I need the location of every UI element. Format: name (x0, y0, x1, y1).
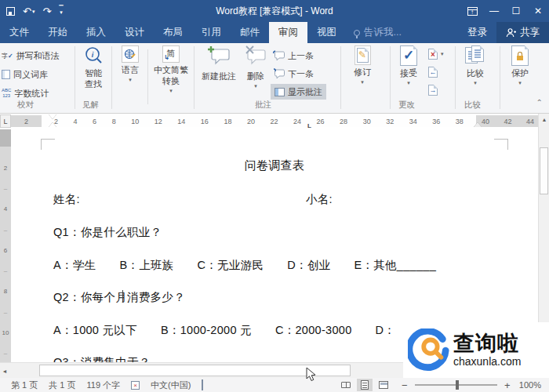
tell-me-box[interactable]: 告诉我... (346, 22, 409, 43)
protect-button[interactable]: 保护 ▾ (504, 45, 536, 87)
tab-3[interactable]: 设计 (115, 22, 154, 43)
vertical-ruler[interactable]: 2–4–6–8–10– (0, 129, 11, 362)
minimize-button[interactable]: — (483, 0, 505, 22)
doc-q1-option-0: A：学生 (53, 258, 96, 273)
ruler-number-3: 8 (112, 118, 116, 125)
vruler-number-0: 2 (4, 165, 7, 172)
previous-comment-button[interactable]: 上一条 (273, 48, 314, 64)
macro-record-icon[interactable] (202, 380, 203, 390)
horizontal-ruler[interactable]: 2 2468101214161820222426283032343638 404… (11, 115, 538, 127)
zoom-slider[interactable] (415, 384, 497, 386)
scroll-left-icon[interactable]: ◄ (0, 365, 9, 377)
maximize-button[interactable]: ☐ (505, 0, 527, 22)
chinese-conversion-button[interactable]: 简 ↳ 中文简繁转换 ▾ (151, 45, 191, 94)
ruler-numbers: 2468101214161820222426283032343638 (42, 115, 476, 127)
vruler-tick: – (4, 309, 7, 316)
previous-change-button[interactable]: ← (428, 64, 438, 80)
ruler-number-9: 20 (247, 118, 255, 125)
next-change-icon: → (428, 85, 438, 96)
zoom-percentage[interactable]: 100% (519, 380, 541, 390)
ribbon-display-options-button[interactable]: ↑ (461, 0, 483, 22)
spelling-grammar-button[interactable]: 字✓ 拼写和语法 (2, 48, 60, 64)
tab-stop-selector[interactable]: L (0, 114, 11, 128)
customize-qat-button[interactable]: ▔▾ (59, 7, 63, 15)
ruler-right-margin: 404244 (476, 115, 538, 127)
right-indent-marker[interactable] (474, 122, 482, 127)
watermark: 查询啦 chaxunla.com (403, 322, 549, 378)
read-mode-button[interactable] (338, 379, 354, 391)
next-change-button[interactable]: → (428, 82, 438, 98)
tab-0[interactable]: 文件 (0, 22, 38, 43)
doc-q1-option-1: B：上班族 (119, 258, 173, 273)
delete-comment-button[interactable]: 删除 ▾ (242, 45, 270, 89)
ruler-left-margin: 2 (11, 115, 42, 127)
reject-button[interactable]: × ▾ (428, 46, 444, 62)
doc-q2-options: A：1000 元以下B：1000-2000 元C：2000-3000D： (53, 323, 419, 338)
proofing-status-icon[interactable]: × (131, 381, 140, 390)
redo-button[interactable]: ↷ (42, 6, 51, 16)
share-button[interactable]: 共享 (496, 22, 549, 43)
language-status[interactable]: 中文(中国) (151, 379, 191, 391)
hanging-indent-marker[interactable] (49, 122, 56, 127)
sign-in-button[interactable]: 登录 (458, 22, 496, 43)
tab-4[interactable]: 布局 (154, 22, 192, 43)
dropdown-arrow-icon: ▾ (129, 77, 132, 84)
person-plus-icon (506, 27, 516, 38)
doc-q1-option-2: C：无业游民 (198, 258, 264, 273)
total-pages-status[interactable]: 共 1 页 (49, 379, 75, 391)
spelling-check-icon: 字✓ (2, 52, 13, 60)
ruler-number-7: 16 (201, 118, 209, 125)
print-layout-button[interactable] (357, 379, 373, 391)
scroll-up-icon[interactable]: ▲ (539, 114, 549, 125)
smart-lookup-icon: i (83, 45, 104, 66)
zoom-in-button[interactable]: + (504, 379, 511, 391)
dropdown-arrow-icon: ▾ (518, 80, 522, 87)
page-number-status[interactable]: 第 1 页 (11, 379, 38, 391)
previous-comment-icon (273, 50, 285, 62)
tab-6[interactable]: 邮件 (231, 22, 269, 43)
horizontal-scrollbar-thumb[interactable] (39, 365, 351, 376)
zoom-out-button[interactable]: − (401, 379, 409, 391)
ribbon-tab-bar: 文件开始插入设计布局引用邮件审阅视图 告诉我... 登录 共享 (0, 22, 549, 43)
next-comment-button[interactable]: 下一条 (273, 66, 314, 82)
close-button[interactable]: ✕ (527, 0, 549, 22)
thesaurus-button[interactable]: 同义词库 (2, 67, 48, 82)
smart-lookup-button[interactable]: i 智能查找 (77, 45, 110, 90)
tab-7[interactable]: 审阅 (269, 22, 307, 43)
vruler-number-4: 10 (2, 329, 9, 336)
web-layout-button[interactable] (376, 379, 391, 391)
undo-button[interactable]: ↶▾ (23, 6, 35, 16)
accept-button[interactable]: ✓ 接受 ▾ (394, 45, 424, 87)
ruler-number-8: 18 (224, 118, 231, 125)
delete-comment-icon (245, 45, 267, 69)
word-count-status[interactable]: 119 个字 (86, 379, 120, 391)
new-comment-icon (207, 45, 231, 69)
vertical-scrollbar-thumb[interactable] (540, 147, 548, 194)
compare-group-label: 比较 (464, 100, 481, 111)
ruler-number-margin-2: 44 (526, 118, 534, 125)
zoom-slider-handle[interactable] (456, 380, 459, 390)
collapse-ribbon-button[interactable]: ⌃ (536, 98, 543, 107)
protect-icon (511, 45, 529, 66)
save-icon[interactable] (6, 7, 15, 16)
language-button[interactable]: 语言 ▾ (116, 45, 144, 84)
vruler-tick: – (4, 350, 7, 357)
new-comment-button[interactable]: 新建批注 (198, 45, 240, 82)
show-comments-button[interactable]: 显示批注 (271, 84, 326, 100)
tab-8[interactable]: 视图 (307, 22, 346, 43)
margin-crop-mark (494, 139, 508, 150)
compare-button[interactable]: 比较 ▾ (459, 45, 492, 87)
first-line-indent-marker[interactable] (49, 114, 56, 119)
word-count-button[interactable]: ABC123 字数统计 (2, 85, 49, 101)
track-changes-button[interactable]: ✎ 修订 ▾ (345, 45, 380, 86)
title-bar: ↶▾ ↷ ▔▾ Word教程 [兼容模式] - Word ↑ — ☐ ✕ (0, 0, 549, 22)
language-icon (122, 45, 139, 63)
tab-2[interactable]: 插入 (77, 22, 115, 43)
vruler-number-2: 6 (4, 247, 7, 254)
show-comments-icon (274, 88, 285, 96)
doc-nickname-label: 小名: (306, 192, 333, 207)
tab-5[interactable]: 引用 (192, 22, 231, 43)
tab-1[interactable]: 开始 (38, 22, 77, 43)
watermark-name: 查询啦 (453, 333, 521, 354)
status-bar: 第 1 页 共 1 页 119 个字 × 中文(中国) − + 100% (0, 378, 549, 392)
